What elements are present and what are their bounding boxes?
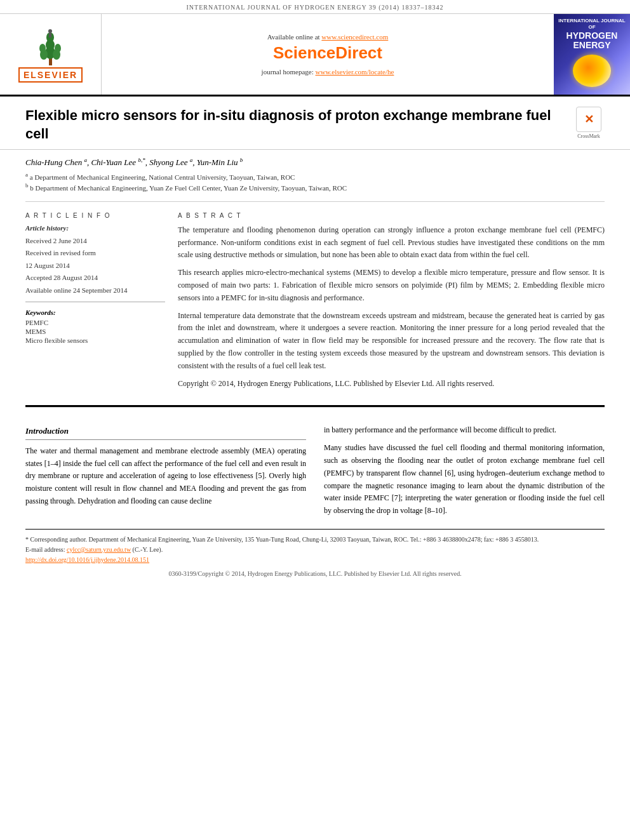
svg-point-5 [39, 44, 46, 53]
copyright-line: 0360-3199/Copyright © 2014, Hydrogen Ene… [0, 568, 630, 582]
journal-center-header: Available online at www.sciencedirect.co… [102, 14, 554, 95]
authors-section: Chia-Hung Chen a, Chi-Yuan Lee b,*, Shyo… [0, 150, 630, 197]
corresponding-author-note: * Corresponding author. Department of Me… [25, 535, 605, 545]
available-online-text: Available online at www.sciencedirect.co… [267, 33, 389, 41]
accepted-date: Accepted 28 August 2014 [25, 272, 165, 283]
journal-cover-graphic [573, 55, 611, 87]
introduction-heading: Introduction [25, 424, 306, 439]
divider-authors [25, 201, 605, 202]
sciencedirect-url[interactable]: www.sciencedirect.com [321, 33, 388, 41]
article-info-abstract: A R T I C L E I N F O Article history: R… [0, 206, 630, 402]
sciencedirect-brand: ScienceDirect [273, 43, 382, 63]
intro-left-col: Introduction The water and thermal manag… [25, 424, 306, 523]
affiliation-a: a a Department of Mechanical Engineering… [25, 171, 605, 181]
affiliation-b: b b Department of Mechanical Engineering… [25, 182, 605, 192]
received-revised-date: 12 August 2014 [25, 260, 165, 271]
homepage-line: journal homepage: www.elsevier.com/locat… [262, 68, 394, 76]
abstract-para-1: The temperature and flooding phenomenon … [178, 224, 605, 390]
crossmark-icon: ✕ [576, 107, 601, 132]
available-online-date: Available online 24 September 2014 [25, 285, 165, 296]
keyword-1: PEMFC [25, 319, 165, 326]
article-title: Flexible micro sensors for in-situ diagn… [25, 107, 560, 143]
abstract-col: A B S T R A C T The temperature and floo… [178, 212, 605, 396]
svg-rect-9 [49, 33, 51, 37]
journal-topbar: INTERNATIONAL JOURNAL OF HYDROGEN ENERGY… [0, 0, 630, 14]
abstract-heading: A B S T R A C T [178, 212, 605, 219]
journal-header: ELSEVIER Available online at www.science… [0, 14, 630, 97]
article-history-label: Article history: [25, 224, 165, 232]
elsevier-logo: ELSEVIER [0, 14, 102, 95]
svg-point-6 [55, 44, 61, 53]
main-section-divider-thin [25, 407, 605, 408]
intro-right-text-1: in battery performance and the performan… [324, 424, 605, 437]
divider-keywords [25, 302, 165, 302]
svg-point-8 [48, 29, 52, 33]
elsevier-brand-text: ELSEVIER [18, 67, 83, 83]
email-line: E-mail address: cylcc@saturn.yzu.edu.tw … [25, 545, 605, 555]
intro-left-text: The water and thermal management and mem… [25, 445, 306, 508]
article-info-heading: A R T I C L E I N F O [25, 212, 165, 219]
article-title-section: Flexible micro sensors for in-situ diagn… [0, 97, 630, 150]
email-link[interactable]: cylcc@saturn.yzu.edu.tw [67, 546, 131, 553]
doi-link[interactable]: http://dx.doi.org/10.1016/j.ijhydene.201… [25, 556, 149, 563]
article-info-col: A R T I C L E I N F O Article history: R… [25, 212, 165, 396]
crossmark-badge[interactable]: ✕ CrossMark [573, 107, 605, 139]
received-date: Received 2 June 2014 [25, 236, 165, 246]
keyword-2: MEMS [25, 328, 165, 335]
introduction-section: Introduction The water and thermal manag… [0, 414, 630, 529]
elsevier-tree-icon [30, 26, 71, 67]
authors-line: Chia-Hung Chen a, Chi-Yuan Lee b,*, Shyo… [25, 156, 605, 167]
journal-cover: International Journal of HYDROGEN ENERGY [554, 14, 630, 95]
keywords-label: Keywords: [25, 309, 165, 316]
intro-right-text-2: Many studies have discussed the fuel cel… [324, 442, 605, 517]
intro-right-col: in battery performance and the performan… [324, 424, 605, 523]
footnote-section: * Corresponding author. Department of Me… [25, 529, 605, 568]
crossmark-label: CrossMark [577, 133, 600, 139]
journal-citation: INTERNATIONAL JOURNAL OF HYDROGEN ENERGY… [186, 4, 443, 11]
journal-cover-title: International Journal of HYDROGEN ENERGY [558, 18, 626, 51]
received-revised-label: Received in revised form [25, 248, 165, 258]
doi-line: http://dx.doi.org/10.1016/j.ijhydene.201… [25, 555, 605, 565]
homepage-url[interactable]: www.elsevier.com/locate/he [316, 68, 394, 76]
keyword-3: Micro flexible sensors [25, 337, 165, 344]
